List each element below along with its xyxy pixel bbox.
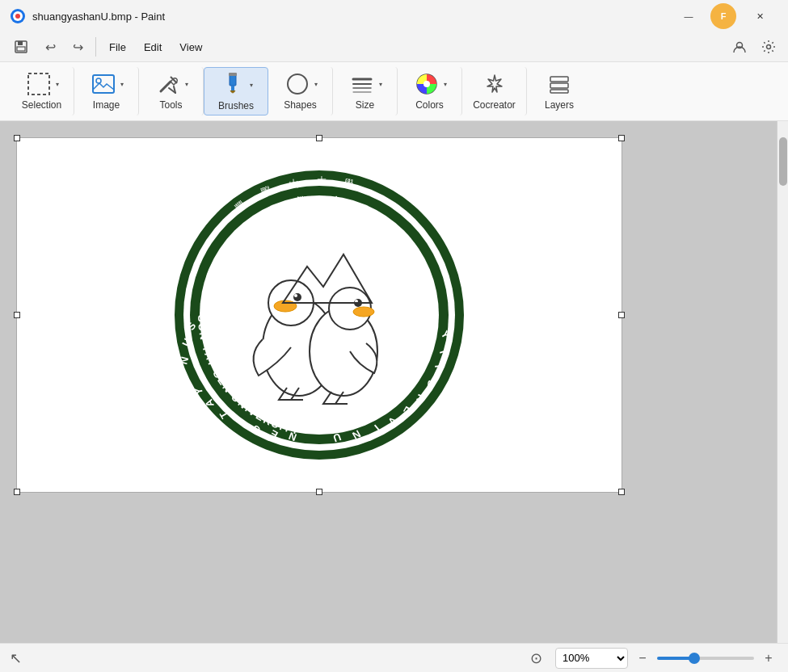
save-button[interactable] [6,34,36,60]
close-button[interactable]: ✕ [741,3,778,29]
selection-chevron: ▾ [56,81,59,88]
university-logo: 豐鵝山大 學 SUN YAT-SEN UNIVERSITY [166,162,473,468]
svg-rect-17 [229,73,237,76]
cursor-icon: ↖ [10,649,22,667]
tool-colors-icon-row: ▾ [413,70,447,98]
svg-rect-5 [17,47,25,51]
zoom-in-button[interactable]: + [759,649,778,668]
svg-rect-16 [231,86,234,90]
colors-chevron: ▾ [444,81,447,88]
zoom-slider-thumb[interactable] [689,653,700,664]
settings-button[interactable] [756,34,782,60]
tool-image[interactable]: ▾ Image [74,67,139,116]
selection-icon [25,70,53,98]
svg-text:學: 學 [343,177,355,190]
tool-selection-icon-row: ▾ [25,70,59,98]
svg-text:大: 大 [317,175,327,187]
zoom-out-button[interactable]: − [633,649,652,668]
svg-text:Y: Y [192,387,205,396]
zoom-slider[interactable] [657,657,754,660]
tool-brushes-icon-row: ▾ [219,71,253,99]
zoom-select[interactable]: 100% 50% 200% 75% [555,648,628,669]
svg-point-2 [15,14,20,19]
svg-point-24 [423,81,430,87]
svg-rect-15 [230,74,236,86]
svg-rect-25 [550,77,568,82]
tool-shapes[interactable]: ▾ Shapes [268,67,333,116]
menu-edit[interactable]: Edit [136,38,170,57]
shapes-chevron: ▾ [314,81,318,88]
title-bar-left: shuangyashanU.bmp - Paint [10,8,165,24]
svg-point-34 [293,293,301,301]
save-icon [14,40,28,54]
layers-icon [546,70,573,98]
svg-point-7 [767,45,771,49]
tool-size-label: Size [356,99,374,111]
account-icon [732,40,747,54]
tool-brushes[interactable]: ▾ Brushes [204,67,268,116]
account-button[interactable] [727,34,752,60]
handle-top-left[interactable] [14,135,20,141]
redo-button[interactable]: ↪ [65,34,91,60]
tool-colors-label: Colors [415,99,444,111]
size-icon [348,70,376,98]
svg-rect-26 [550,83,568,88]
handle-top-right[interactable] [618,135,625,141]
tool-shapes-icon-row: ▾ [284,70,318,98]
tool-tools-icon-row: ▾ [154,70,188,98]
handle-middle-right[interactable] [618,312,625,318]
tool-cocreator[interactable]: Cocreator [462,67,527,116]
handle-bottom-left[interactable] [14,489,20,495]
tools-icon [154,70,182,98]
status-left: ↖ [10,649,22,667]
svg-text:豐鵝山大: 豐鵝山大 [297,195,343,208]
tool-selection-label: Selection [22,99,61,111]
tool-image-icon-row: ▾ [90,70,124,98]
tool-selection[interactable]: ▾ Selection [10,67,74,116]
canvas-area: 豐鵝山大 學 SUN YAT-SEN UNIVERSITY [0,121,788,643]
menu-view[interactable]: View [171,38,210,57]
restore-button[interactable]: F [710,3,736,29]
tools-chevron: ▾ [185,81,188,88]
zoom-controls: 100% 50% 200% 75% − + [555,648,778,669]
scrollbar-thumb[interactable] [779,137,787,186]
svg-text:山: 山 [289,178,299,190]
handle-top-center[interactable] [316,135,322,141]
tool-brushes-label: Brushes [218,100,254,111]
tool-layers[interactable]: Layers [527,67,592,116]
undo-button[interactable]: ↩ [37,34,63,60]
title-bar-controls: — F ✕ [670,3,778,29]
status-bar: ↖ ⊙ 100% 50% 200% 75% − + [0,643,788,672]
handle-middle-left[interactable] [14,312,20,318]
paint-app-icon [10,8,26,24]
tool-cocreator-icon-row [481,70,508,98]
window-title: shuangyashanU.bmp - Paint [32,10,165,23]
svg-point-10 [96,78,101,83]
tool-cocreator-label: Cocreator [473,99,516,111]
svg-point-18 [288,74,307,94]
tool-colors[interactable]: ▾ Colors [398,67,462,116]
cocreator-icon [481,70,508,98]
tool-image-label: Image [93,99,120,111]
title-bar: shuangyashanU.bmp - Paint — F ✕ [0,0,788,32]
brushes-icon [219,71,247,99]
tool-tools-label: Tools [159,99,182,111]
svg-rect-4 [18,41,23,45]
tool-layers-label: Layers [545,99,574,111]
canvas-frame[interactable]: 豐鵝山大 學 SUN YAT-SEN UNIVERSITY [16,137,622,493]
undo-redo-group: ↩ ↪ [37,34,91,60]
vertical-scrollbar[interactable] [777,121,788,643]
menu-bar: ↩ ↪ File Edit View [0,32,788,61]
svg-line-11 [161,82,171,91]
shapes-icon [284,70,311,98]
svg-rect-8 [28,74,49,94]
minimize-button[interactable]: — [670,3,707,29]
handle-bottom-center[interactable] [316,489,322,495]
image-icon [90,70,117,98]
tool-size[interactable]: ▾ Size [333,67,398,116]
tool-tools[interactable]: ▾ Tools [139,67,204,116]
handle-bottom-right[interactable] [618,489,625,495]
settings-icon [761,40,776,54]
toolbar: ▾ Selection ▾ Image ▾ Tools [0,61,788,121]
menu-file[interactable]: File [101,38,134,57]
